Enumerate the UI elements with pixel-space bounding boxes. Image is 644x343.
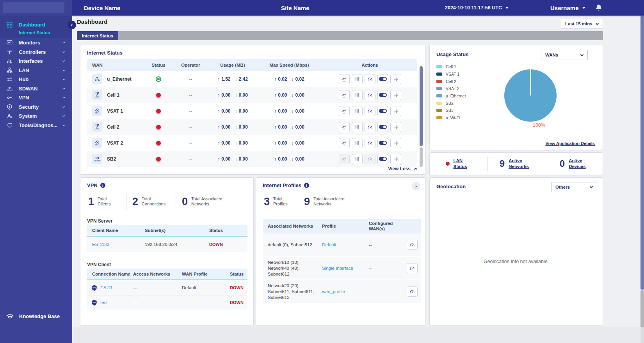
operator-value: -- [172,124,209,130]
usage-pie-chart[interactable] [504,69,557,122]
sliders-icon [6,76,13,83]
toggle-on-icon [379,157,387,161]
profile-link[interactable]: Default [322,242,336,247]
profile-speedtest-button[interactable] [407,240,418,250]
vpn-client-name-link[interactable]: ES-1133 [92,242,109,247]
sidebar-item-interfaces[interactable]: Interfaces [0,57,72,66]
lan-status-link[interactable]: LAN Status [454,158,471,170]
wan-detail-button[interactable] [390,154,401,164]
legend-label: Cell 1 [446,64,456,69]
wan-usage-chart-button[interactable] [339,74,350,84]
wan-name: VSAT 1 [107,108,123,114]
caret-down-icon [505,7,509,9]
table-row: LBANDSB2 -- ↑0.00↓0.00 ↑0.00↓0.00 [87,151,417,167]
wan-detail-button[interactable] [390,106,401,116]
wan-enable-toggle[interactable] [377,74,388,84]
status-down-indicator [156,109,161,113]
total-profiles-label: Total Profiles [273,196,292,207]
wan-detail-button[interactable] [390,138,401,148]
profile-speedtest-button[interactable] [407,286,418,297]
vpn-connection-link[interactable]: ES-11... [100,285,116,290]
scrollbar-thumb[interactable] [640,16,644,290]
sidebar-item-dashboard[interactable]: Dashboard [0,20,78,29]
wan-usage-chart-button[interactable] [339,122,350,132]
wan-enable-toggle[interactable] [377,138,388,148]
timestamp-dropdown[interactable]: 2024-10-10 11:17:56 UTC [445,0,509,16]
sidebar-item-sdwan[interactable]: SDWAN [0,84,72,94]
view-less-link[interactable]: View Less [388,166,418,172]
graduation-cap-icon [6,313,14,320]
notifications-bell-icon[interactable] [594,4,603,12]
wan-config-button[interactable] [352,74,363,84]
profile-link[interactable]: wan_profile [322,289,345,294]
legend-label: VSAT 1 [446,72,459,76]
legend-item: VSAT 2 [436,85,466,92]
wan-enable-toggle[interactable] [377,122,388,132]
wan-speedtest-button[interactable] [365,122,375,132]
wan-detail-button[interactable] [390,122,401,132]
geolocation-filter-value: Others [555,185,570,189]
wan-config-button[interactable] [352,106,363,116]
chevron-down-icon [62,123,66,127]
knowledge-base-link[interactable]: Knowledge Base [6,313,60,320]
geolocation-filter-select[interactable]: Others [551,182,597,192]
wan-usage-chart-button[interactable] [339,138,350,148]
wan-config-button[interactable] [352,122,363,132]
usage-up-value: 0.00 [221,108,230,114]
time-range-select[interactable]: Last 15 mins [561,19,603,28]
wan-enable-toggle[interactable] [377,154,388,164]
sidebar-item-security[interactable]: Security [0,103,72,112]
wan-speedtest-button[interactable] [365,138,375,148]
speed-down-value: 0.00 [295,140,304,146]
sidebar-item-system[interactable]: System [0,111,72,121]
sidebar-item-controllers[interactable]: Controllers [0,48,72,57]
sidebar-item-monitors[interactable]: Monitors [0,38,72,48]
sidebar-item-hub[interactable]: Hub [0,75,72,84]
status-down-text: DOWN [209,242,223,247]
profile-link[interactable]: Single Interface [322,266,353,271]
active-networks-link[interactable]: Active Networks [509,158,533,170]
wan-enable-toggle[interactable] [377,106,388,116]
sidebar-collapse-button[interactable]: ‹ [68,21,76,29]
expand-panel-button[interactable]: › [412,182,420,191]
site-name: Site Name [281,0,310,16]
column-header-usage: Usage (MB) [209,63,256,67]
wan-config-button[interactable] [352,154,363,164]
speed-up-value: 0.00 [278,108,287,114]
active-devices-link[interactable]: Active Devices [569,158,588,170]
sidebar-subitem-internet-status[interactable]: Internet Status [19,30,50,35]
wan-speedtest-button[interactable] [365,74,375,84]
wan-detail-button[interactable] [390,90,401,100]
profile-speedtest-button[interactable] [407,263,418,273]
download-arrow-icon: ↓ [292,92,294,98]
wan-config-button[interactable] [352,138,363,148]
legend-label: u_Wi-Fi [446,115,460,120]
sidebar-item-lan[interactable]: LAN [0,66,72,75]
user-menu[interactable]: Username [550,0,585,16]
wan-usage-chart-button[interactable] [339,106,350,116]
toggle-on-icon [379,141,387,145]
info-icon[interactable]: i [100,183,105,188]
chevron-down-icon [580,53,584,57]
chevron-down-icon [62,50,66,54]
view-application-details-link[interactable]: View Application Details [545,141,595,146]
wan-enable-toggle[interactable] [377,90,388,100]
sidebar-item-tools-diagnostics[interactable]: Tools/Diagnos... [0,121,72,130]
toggle-on-icon [379,125,387,129]
info-icon[interactable]: i [304,183,309,188]
internet-status-table: WAN Status Operator Usage (MB) Max Speed… [87,59,417,167]
usage-filter-select[interactable]: WANs [541,50,588,60]
scrollbar-track-segment [640,290,644,327]
wan-speedtest-button[interactable] [365,106,375,116]
vpn-connection-link[interactable]: test [100,300,108,305]
wan-speedtest-button[interactable] [365,90,375,100]
scrollbar-thumb[interactable] [420,66,423,146]
wan-usage-chart-button[interactable] [339,90,350,100]
wan-detail-button[interactable] [390,74,401,84]
tab-internet-status[interactable]: Internet Status [77,31,118,40]
usage-status-title: Usage Status [436,51,468,57]
sidebar-item-vpn[interactable]: VPN [0,93,72,103]
usage-up-value: 0.00 [221,156,230,162]
wan-config-button[interactable] [352,90,363,100]
chevron-down-icon [62,114,66,118]
